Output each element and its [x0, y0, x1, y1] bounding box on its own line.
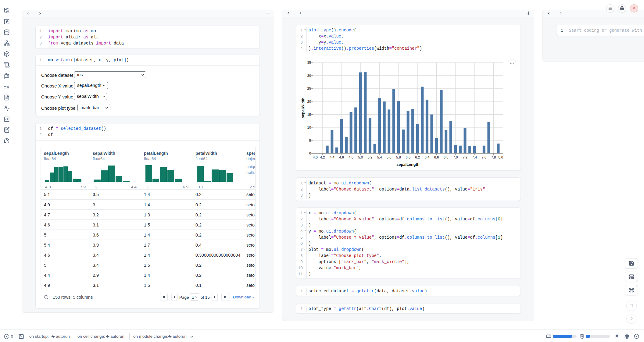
svg-text:30: 30	[307, 74, 311, 77]
svg-text:6.6: 6.6	[434, 155, 439, 159]
svg-text:4.0: 4.0	[313, 155, 318, 159]
svg-text:25: 25	[307, 87, 311, 90]
svg-text:8.0: 8.0	[498, 155, 503, 159]
svg-text:5.2: 5.2	[368, 155, 373, 159]
svg-text:10: 10	[307, 126, 311, 129]
svg-text:4.8: 4.8	[349, 155, 353, 159]
svg-text:4.6: 4.6	[339, 155, 344, 159]
svg-text:6.4: 6.4	[425, 155, 430, 159]
svg-text:4.4: 4.4	[330, 155, 335, 159]
svg-text:sepalWidth: sepalWidth	[301, 98, 305, 118]
svg-text:15: 15	[307, 113, 311, 116]
svg-text:5.8: 5.8	[396, 155, 401, 159]
svg-text:7.0: 7.0	[453, 155, 458, 159]
svg-text:7.4: 7.4	[472, 155, 477, 159]
svg-text:sepalLength: sepalLength	[396, 162, 420, 167]
svg-text:0: 0	[309, 151, 311, 155]
svg-text:7.8: 7.8	[491, 155, 496, 159]
svg-text:7.2: 7.2	[463, 155, 467, 159]
svg-text:6.0: 6.0	[406, 155, 410, 159]
svg-text:4.2: 4.2	[320, 155, 325, 159]
svg-text:5.4: 5.4	[377, 155, 382, 159]
svg-text:5.6: 5.6	[387, 155, 392, 159]
svg-text:35: 35	[307, 61, 311, 64]
svg-text:5: 5	[309, 139, 311, 142]
svg-text:6.8: 6.8	[444, 155, 449, 159]
svg-text:20: 20	[307, 100, 311, 103]
svg-text:6.2: 6.2	[415, 155, 420, 159]
svg-text:7.6: 7.6	[481, 155, 486, 159]
svg-text:5.0: 5.0	[358, 155, 363, 159]
